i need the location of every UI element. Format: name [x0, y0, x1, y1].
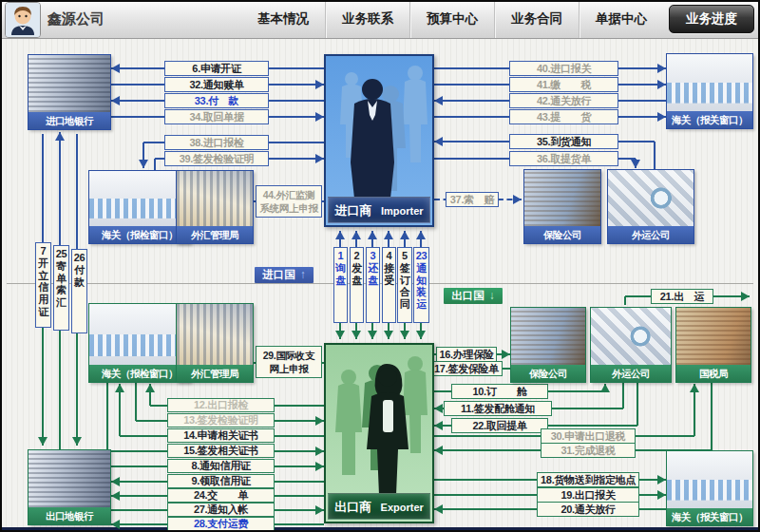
arrow-head: [657, 64, 666, 73]
flow-label-41: 41.缴 税: [509, 77, 618, 92]
arrow-head: [400, 231, 409, 239]
flow-label-7: 7开立信用证: [35, 242, 51, 328]
exporter-label-zh: 出口商: [334, 500, 371, 514]
arrow-head: [416, 231, 426, 239]
flow-label-13: 13.签发检验证明: [167, 413, 275, 428]
importer-banner: 进口商 Importer: [328, 197, 430, 223]
user-avatar[interactable]: [5, 2, 41, 38]
arrow-head: [315, 112, 324, 122]
import-bank-label: 进口地银行: [28, 112, 110, 129]
flow-line: [154, 159, 156, 170]
arrow-head: [434, 504, 443, 514]
flow-line: [624, 296, 626, 305]
arrow-head: [55, 132, 65, 141]
flow-label-27: 27.通知入帐: [167, 503, 275, 517]
nav-tabs: 基本情况业务联系预算中心业务合同单据中心业务进度: [241, 0, 754, 38]
exporter-node: 出口商 Exporter: [324, 343, 434, 523]
arrow-head: [139, 160, 148, 168]
tab-5[interactable]: 单据中心: [579, 0, 663, 38]
importer-node: 进口商 Importer: [324, 54, 434, 227]
flow-label-35: 35.到货通知: [509, 134, 618, 149]
arrow-head: [111, 477, 120, 486]
arrow-head: [600, 384, 610, 392]
arrow-head: [368, 331, 377, 339]
person-icon: [6, 3, 40, 37]
arrow-head: [352, 331, 361, 339]
flow-line: [711, 383, 712, 450]
insurance-bottom-label: 保险公司: [511, 365, 585, 382]
arrow-head: [384, 331, 393, 339]
tax-bureau-image: [676, 308, 750, 365]
arrow-head: [513, 195, 522, 204]
arrow-head: [115, 384, 124, 392]
arrow-head: [434, 421, 443, 430]
flow-label-15: 15.签发相关证书: [167, 444, 275, 458]
down-arrow-icon: ↓: [489, 289, 495, 302]
arrow-head: [315, 505, 324, 515]
flow-label-39: 39.签发检验证明: [164, 151, 269, 166]
building-import-bank: 进口地银行: [28, 54, 111, 130]
flow-label-14: 14.申请相关证书: [167, 428, 275, 443]
flow-label-43: 43.提 货: [509, 109, 618, 124]
flow-label-36: 36.取提货单: [509, 151, 618, 166]
arrow-head: [111, 96, 120, 105]
flow-label-30: 30.申请出口退税: [541, 428, 636, 444]
insurance-top-image: [524, 170, 600, 226]
arrow-head: [657, 475, 666, 484]
flow-label-1: 1询盘: [333, 247, 348, 323]
flow-label-17: 17.签发保险单: [430, 361, 503, 376]
arrow-head: [315, 416, 324, 426]
flow-label-29: 29.国际收支 网上申报: [256, 346, 322, 378]
tab-2[interactable]: 业务联系: [325, 0, 409, 38]
importer-label-zh: 进口商: [334, 203, 371, 218]
arrow-head: [72, 437, 82, 446]
export-bank-image: [28, 450, 110, 507]
customs-declare-top-label: 海关（报关窗口）: [667, 111, 752, 128]
arrow-head: [315, 80, 324, 89]
flow-label-34: 34.取回单据: [164, 109, 269, 124]
customs-declare-top-image: [667, 54, 752, 111]
arrow-head: [657, 112, 666, 122]
arrow-head: [335, 231, 345, 239]
building-insurance-bottom: 保险公司: [510, 307, 586, 383]
arrow-head: [315, 154, 324, 163]
tab-6[interactable]: 业务进度: [669, 5, 754, 33]
building-customs-declare-top: 海关（报关窗口）: [666, 53, 753, 129]
freight-bottom-image: [591, 308, 671, 365]
flow-label-8: 8.通知信用证: [167, 459, 275, 473]
flow-label-11: 11.签发配舱通知: [444, 401, 552, 416]
flow-label-37: 37.索 赔: [446, 192, 499, 207]
tab-3[interactable]: 预算中心: [409, 0, 494, 38]
arrow-head: [741, 292, 750, 301]
insurance-top-label: 保险公司: [524, 226, 600, 243]
export-bank-label: 出口地银行: [28, 507, 110, 524]
arrow-head: [315, 462, 324, 471]
freight-top-image: [608, 170, 694, 226]
importer-label-en: Importer: [381, 205, 424, 217]
arrow-head: [111, 491, 120, 501]
arrow-head: [145, 384, 155, 392]
tab-1[interactable]: 基本情况: [241, 0, 325, 38]
import-country-badge: 进口国↑: [255, 267, 314, 283]
arrow-head: [111, 520, 120, 529]
forex-bureau-bottom-label: 外汇管理局: [177, 365, 253, 382]
building-forex-bureau-top: 外汇管理局: [176, 170, 254, 244]
forex-bureau-top-label: 外汇管理局: [177, 226, 253, 243]
building-export-bank: 出口地银行: [28, 449, 111, 525]
forex-bureau-bottom-image: [177, 304, 253, 365]
arrow-head: [400, 331, 409, 339]
flow-line: [135, 383, 137, 421]
freight-bottom-label: 外运公司: [591, 365, 671, 382]
arrow-head: [690, 384, 699, 392]
tab-4[interactable]: 业务合同: [494, 0, 579, 38]
flow-label-18: 18.货物送到指定地点: [537, 472, 639, 487]
flow-label-2: 2发盘: [350, 247, 364, 323]
importer-silhouette-icon: [328, 58, 432, 199]
arrow-head: [434, 404, 443, 413]
exporter-silhouette-icon: [328, 347, 432, 495]
arrow-head: [434, 137, 443, 146]
flow-label-28: 28.支付运费: [167, 517, 275, 531]
customs-declare-bottom-image: [667, 451, 752, 508]
flow-label-32: 32.通知赎单: [164, 77, 269, 92]
flow-label-16: 16.办理保险: [436, 347, 497, 362]
